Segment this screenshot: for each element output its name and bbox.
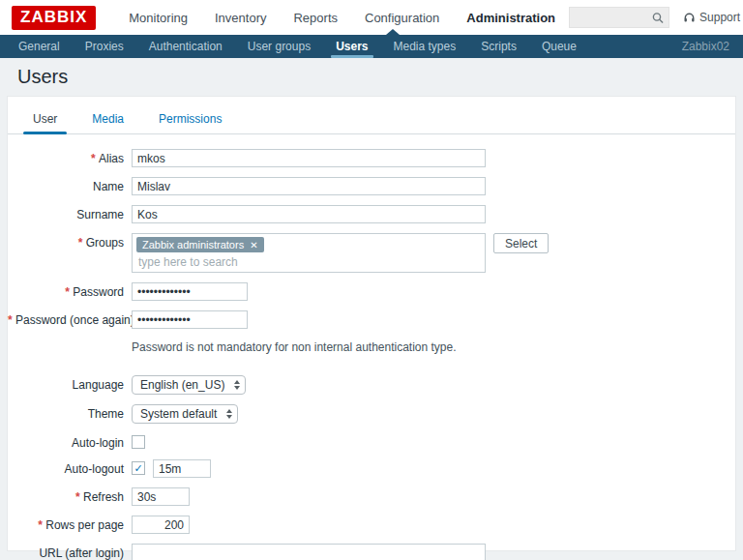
- menu-item-monitoring[interactable]: Monitoring: [115, 11, 201, 25]
- page-header: Users: [0, 58, 743, 97]
- language-label: Language: [8, 375, 132, 392]
- zabbix-logo[interactable]: ZABBIX: [12, 6, 96, 30]
- auto-logout-checkbox[interactable]: [132, 461, 145, 475]
- name-label: Name: [8, 177, 132, 193]
- menu-item-administration[interactable]: Administration: [453, 11, 569, 25]
- auto-logout-period-input[interactable]: [153, 459, 211, 478]
- password-note-row: Password is not mandatory for non intern…: [8, 339, 720, 366]
- language-selected-value: English (en_US): [140, 378, 224, 392]
- global-search[interactable]: [569, 7, 669, 28]
- theme-selected-value: System default: [140, 407, 217, 421]
- group-chip-label: Zabbix administrators: [142, 239, 244, 251]
- password2-row: Password (once again): [8, 310, 720, 329]
- auto-logout-label: Auto-logout: [8, 459, 132, 476]
- headset-icon: [683, 12, 696, 24]
- subnav-item-scripts[interactable]: Scripts: [468, 35, 529, 58]
- name-row: Name: [8, 177, 720, 195]
- groups-search-placeholder[interactable]: type here to search: [136, 252, 481, 269]
- main-menu: Monitoring Inventory Reports Configurati…: [115, 11, 569, 25]
- subnav-item-media-types[interactable]: Media types: [381, 35, 469, 58]
- url-input[interactable]: [132, 544, 486, 560]
- rows-per-page-input[interactable]: [132, 516, 190, 534]
- subnav-item-authentication[interactable]: Authentication: [136, 35, 235, 58]
- surname-label: Surname: [8, 205, 132, 221]
- rows-per-page-row: Rows per page: [8, 516, 720, 534]
- menu-item-inventory[interactable]: Inventory: [201, 11, 280, 25]
- admin-sub-navbar: General Proxies Authentication User grou…: [0, 35, 743, 58]
- chip-remove-icon[interactable]: ✕: [250, 240, 257, 251]
- page-title: Users: [17, 66, 726, 88]
- search-input[interactable]: [575, 9, 652, 26]
- menu-item-configuration[interactable]: Configuration: [351, 11, 453, 25]
- subnav-item-general[interactable]: General: [6, 35, 73, 58]
- search-icon: [652, 12, 664, 24]
- support-label: Support: [699, 11, 740, 24]
- url-label: URL (after login): [8, 544, 132, 560]
- alias-label: Alias: [8, 149, 132, 165]
- auto-login-checkbox[interactable]: [132, 435, 145, 449]
- groups-select-button[interactable]: Select: [493, 233, 549, 253]
- rows-per-page-label: Rows per page: [8, 516, 132, 532]
- tab-media[interactable]: Media: [82, 106, 134, 133]
- server-name-badge: Zabbix02: [682, 35, 737, 58]
- subnav-item-queue[interactable]: Queue: [529, 35, 589, 58]
- auto-logout-row: Auto-logout: [8, 459, 720, 478]
- password-row: Password: [8, 282, 720, 301]
- select-stepper-icon: [226, 409, 232, 419]
- group-chip: Zabbix administrators ✕: [136, 237, 264, 252]
- tab-user[interactable]: User: [23, 106, 67, 133]
- language-row: Language English (en_US): [8, 375, 720, 395]
- theme-label: Theme: [8, 404, 132, 421]
- password-label: Password: [8, 282, 132, 299]
- language-select[interactable]: English (en_US): [132, 375, 246, 395]
- topnav-right-tools: Support Z Share ?: [569, 7, 743, 28]
- theme-select[interactable]: System default: [132, 404, 238, 424]
- groups-label: Groups: [8, 233, 132, 250]
- menu-item-reports[interactable]: Reports: [280, 11, 351, 25]
- password-input[interactable]: [132, 282, 248, 301]
- form-tabs: User Media Permissions: [8, 97, 735, 134]
- subnav-item-proxies[interactable]: Proxies: [73, 35, 136, 58]
- url-row: URL (after login): [8, 544, 720, 560]
- surname-input[interactable]: [132, 205, 486, 223]
- password2-input[interactable]: [132, 310, 248, 329]
- groups-row: Groups Zabbix administrators ✕ type here…: [8, 233, 720, 273]
- top-navbar: ZABBIX Monitoring Inventory Reports Conf…: [0, 0, 743, 35]
- alias-row: Alias: [8, 149, 720, 167]
- user-form-widget: User Media Permissions Alias Name Surnam…: [8, 97, 735, 550]
- auto-login-row: Auto-login: [8, 433, 720, 450]
- tab-permissions[interactable]: Permissions: [149, 106, 231, 133]
- password2-label: Password (once again): [8, 310, 132, 327]
- user-form: Alias Name Surname Groups Zabbix adminis…: [8, 134, 735, 560]
- support-link[interactable]: Support: [683, 11, 740, 24]
- select-stepper-icon: [234, 380, 240, 390]
- subnav-item-user-groups[interactable]: User groups: [235, 35, 323, 58]
- refresh-label: Refresh: [8, 487, 132, 504]
- refresh-input[interactable]: [132, 487, 190, 506]
- subnav-item-users[interactable]: Users: [323, 35, 380, 58]
- refresh-row: Refresh: [8, 487, 720, 506]
- password-note: Password is not mandatory for non intern…: [132, 339, 457, 354]
- auto-login-label: Auto-login: [8, 433, 132, 450]
- surname-row: Surname: [8, 205, 720, 223]
- name-input[interactable]: [132, 177, 486, 195]
- theme-row: Theme System default: [8, 404, 720, 424]
- groups-multiselect[interactable]: Zabbix administrators ✕ type here to sea…: [132, 233, 486, 273]
- alias-input[interactable]: [132, 149, 486, 167]
